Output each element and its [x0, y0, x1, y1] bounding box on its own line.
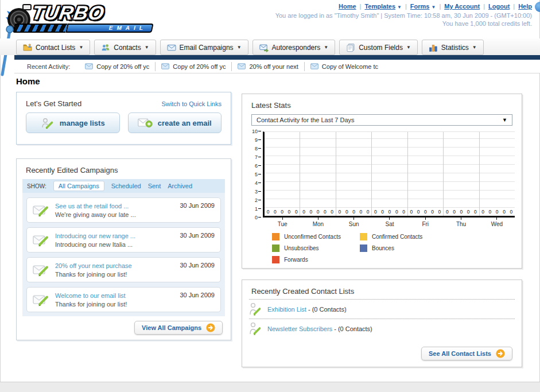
tab-contacts[interactable]: Contacts▼: [94, 40, 156, 55]
legend-label: Unconfirmed Contacts: [284, 234, 341, 240]
arrow-circle-icon: [206, 323, 215, 332]
tab-label: Autoresponders: [272, 44, 321, 52]
view-all-campaigns-button[interactable]: View All Campaigns: [134, 321, 223, 335]
campaign-subtitle: We're giving away our late ...: [55, 211, 136, 218]
folder-icon: [23, 43, 32, 52]
tab-label: Contacts: [114, 44, 141, 52]
contact-list-name-link[interactable]: Newsletter Subscribers: [267, 325, 332, 332]
chevron-down-icon: ▼: [79, 45, 83, 50]
campaign-cards: See us at the retail food ...We're givin…: [22, 193, 225, 312]
contact-activity-chart: 012345678910 000000000000000000000000000…: [246, 131, 515, 227]
tab-custom-fields[interactable]: Custom Fields▼: [339, 40, 418, 55]
chevron-down-icon: ▼: [145, 45, 149, 50]
contacts-icon: [101, 43, 110, 52]
campaign-date: 30 Jun 2009: [180, 202, 215, 209]
chevron-down-icon: ▼: [472, 45, 477, 50]
y-axis-label: 5: [246, 172, 258, 177]
login-info: You are logged in as "Timothy Smith" | S…: [275, 12, 532, 19]
recent-activity-item-4[interactable]: Copy of Welcome tc: [304, 62, 384, 71]
chart-legend: Unconfirmed ContactsConfirmed ContactsUn…: [272, 233, 512, 263]
value-label: 0: [496, 209, 499, 215]
y-axis-label: 9: [246, 137, 258, 143]
header-link-my-account[interactable]: My Account: [444, 3, 480, 10]
y-axis-tick: [258, 200, 261, 200]
y-axis-label: 2: [246, 197, 258, 203]
tab-autoresponders[interactable]: Autoresponders▼: [252, 40, 336, 55]
legend-swatch: [272, 244, 279, 252]
filter-archived[interactable]: Archived: [168, 183, 192, 189]
filter-scheduled[interactable]: Scheduled: [111, 183, 141, 189]
campaign-title-link[interactable]: See us at the retail food ...: [55, 203, 129, 209]
chevron-down-icon: ▼: [324, 45, 328, 50]
see-all-contact-lists-button[interactable]: See All Contact Lists: [421, 347, 512, 360]
value-label: 0: [489, 209, 492, 215]
x-axis-label-sun: Sun: [336, 218, 372, 227]
x-axis-label-sat: Sat: [372, 218, 407, 227]
contact-list-row-1[interactable]: Exhibition List - (0 Contacts): [242, 300, 522, 319]
chart-column-tue: 00000: [265, 132, 300, 216]
contact-list-row-2[interactable]: Newsletter Subscribers - (0 Contacts): [242, 319, 522, 338]
recent-activity-item-1[interactable]: Copy of 20% off yc: [79, 62, 155, 71]
campaign-date: 30 Jun 2009: [180, 232, 215, 239]
campaign-card-2[interactable]: Introducing our new range ...Introducing…: [26, 227, 221, 253]
latest-stats-panel: Latest Stats Contact Activity for the La…: [242, 94, 522, 269]
recent-activity-item-3[interactable]: 20% off your next: [231, 62, 304, 71]
mail-small-icon: [85, 63, 93, 69]
chart-column-thu: 00000: [444, 132, 479, 216]
chart-column-sat: 00000: [372, 132, 407, 216]
value-label: 0: [446, 209, 449, 215]
campaign-title-link[interactable]: Welcome to our email list: [55, 292, 126, 299]
chevron-down-icon: ▼: [431, 5, 436, 10]
contact-list-icon: [249, 321, 262, 336]
campaign-card-4[interactable]: Welcome to our email listThanks for join…: [26, 287, 221, 312]
contact-list-icon: [249, 302, 262, 316]
value-label: 0: [467, 209, 470, 215]
stats-period-select[interactable]: Contact Activity for the Last 7 Days ▼: [251, 114, 512, 126]
page: TURBO EMAIL Home|Templates▼|Forms▼|My Ac…: [0, 0, 540, 392]
y-axis-tick: [258, 165, 261, 166]
header-link-forms[interactable]: Forms: [410, 3, 430, 10]
recent-activity-item-2[interactable]: Copy of 20% off yc: [155, 62, 231, 71]
create-an-email-button[interactable]: create an email: [128, 112, 222, 133]
header-link-templates[interactable]: Templates: [364, 3, 395, 10]
campaign-icon: [33, 204, 50, 217]
header-link-logout[interactable]: Logout: [488, 3, 510, 10]
switch-to-quick-links[interactable]: Switch to Quick Links: [161, 100, 222, 107]
campaign-subtitle: Introducing our new Italia ...: [55, 241, 133, 248]
tab-email-campaigns[interactable]: Email Campaigns▼: [160, 40, 248, 55]
link-separator: |: [439, 3, 441, 10]
value-labels: 00000: [336, 209, 371, 215]
campaign-title-link[interactable]: 20% off your next purchase: [55, 262, 132, 269]
value-label: 0: [302, 209, 305, 215]
chevron-down-icon: ▼: [406, 45, 411, 50]
contact-list-name-link[interactable]: Exhibition List: [267, 306, 306, 313]
campaign-title-link[interactable]: Introducing our new range ...: [55, 232, 135, 239]
filter-all-campaigns[interactable]: All Campaigns: [53, 181, 104, 191]
value-label: 0: [359, 209, 362, 215]
chart-column-sun: 00000: [336, 132, 372, 216]
chart-x-axis: TueMonSunSatFriThuWed: [265, 218, 515, 227]
y-axis-label: 3: [246, 189, 258, 195]
value-label: 0: [374, 209, 377, 215]
value-label: 0: [288, 209, 291, 215]
filter-sent[interactable]: Sent: [148, 183, 161, 189]
autoresponder-icon: [259, 43, 269, 52]
value-label: 0: [503, 209, 506, 215]
tab-statistics[interactable]: Statistics▼: [422, 40, 484, 55]
header-link-home[interactable]: Home: [339, 3, 356, 10]
campaign-subtitle: Thanks for joining our list!: [55, 271, 127, 278]
value-label: 0: [381, 209, 384, 215]
header-link-help[interactable]: Help: [518, 3, 532, 10]
arrow-circle-icon: [496, 349, 505, 358]
tab-contact-lists[interactable]: Contact Lists▼: [16, 40, 90, 55]
contact-list-detail: - (0 Contacts): [334, 325, 372, 332]
x-axis-label-tue: Tue: [265, 218, 300, 227]
get-started-title: Let's Get Started: [26, 99, 81, 108]
campaign-card-1[interactable]: See us at the retail food ...We're givin…: [26, 197, 221, 223]
custom-fields-icon: [346, 43, 355, 52]
manage-lists-button[interactable]: manage lists: [26, 112, 120, 133]
campaign-card-3[interactable]: 20% off your next purchaseThanks for joi…: [26, 257, 221, 282]
x-axis-label-fri: Fri: [407, 218, 443, 227]
help-bubble-icon[interactable]: [535, 2, 540, 12]
value-label: 0: [424, 209, 427, 215]
